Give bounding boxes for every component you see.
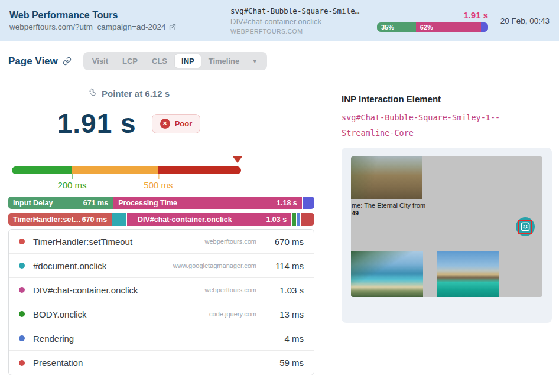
pointer-tap-icon (88, 88, 98, 99)
row-value: 13 ms (267, 309, 304, 319)
segment-document-onclick (112, 213, 127, 226)
segment-input-delay: Input Delay 671 ms (8, 197, 113, 209)
category-dot (19, 311, 25, 317)
row-label: #document.onclick (33, 261, 173, 271)
panel-title: INP Interaction Element (342, 94, 552, 104)
element-selector-line2: Streamline-Core (342, 125, 552, 141)
phase-bars: Input Delay 671 ms Processing Time 1.18 … (8, 197, 314, 226)
tab-cls[interactable]: CLS (145, 54, 174, 68)
element-selector-line1: svg#Chat-Bubble-Square-Smiley-1-- (342, 110, 552, 125)
element-selector: svg#Chat-Bubble-Square-Smiley-1-- Stream… (342, 110, 552, 141)
segment-label: 62% (420, 24, 433, 31)
chat-smiley-icon (516, 217, 535, 236)
main-content: Pointer at 6.12 s 1.91 s ✕ Poor 200 ms 5… (0, 70, 559, 375)
tab-timeline[interactable]: Timeline (202, 54, 246, 68)
segment-presentation (301, 213, 314, 226)
row-domain: webperftours.com (205, 286, 256, 293)
rating-badge: ✕ Poor (152, 114, 201, 133)
screenshot-image-rome (351, 156, 422, 199)
screenshot-image-bungalows (437, 251, 499, 297)
category-dot (19, 263, 25, 269)
page-title: Page View (8, 55, 58, 67)
segment-value: 671 ms (83, 199, 108, 207)
segment-label: DIV#chat-container.onclick (138, 215, 232, 224)
inp-value: 1.91 s (57, 107, 136, 139)
page-header: Web Performance Tours webperftours.com/?… (0, 0, 559, 41)
table-row: Rendering 4 ms (9, 326, 314, 351)
tab-visit[interactable]: Visit (86, 54, 115, 68)
row-value: 114 ms (267, 261, 304, 271)
progress-segment-input-delay: 35% (377, 22, 416, 32)
table-row: #document.onclick www.googletagmanager.c… (9, 254, 314, 278)
link-icon[interactable] (63, 57, 72, 66)
table-row: DIV#chat-container.onclick webperftours.… (9, 278, 314, 302)
screenshot-image-beach (351, 251, 423, 297)
table-row: TimerHandler:setTimeout webperftours.com… (9, 230, 314, 254)
phase-bar: Input Delay 671 ms Processing Time 1.18 … (8, 197, 314, 209)
category-dot (19, 335, 25, 341)
screenshot-caption-price: 49 (352, 210, 359, 217)
tab-inp[interactable]: INP (175, 54, 201, 68)
site-url: webperftours.com/?utm_campaign=ad-2024 (9, 22, 230, 31)
interaction-selector-summary: svg#Chat-Bubble-Square-Smile… DIV#chat-c… (230, 6, 377, 35)
external-link-icon[interactable] (169, 24, 176, 31)
scale-needs-improvement-segment (72, 166, 158, 174)
site-url-text: webperftours.com/?utm_campaign=ad-2024 (9, 22, 166, 31)
selector-primary: svg#Chat-Bubble-Square-Smile… (230, 6, 377, 15)
segment-body-onclick (292, 213, 297, 226)
interaction-type-row: Pointer at 6.12 s (8, 88, 249, 99)
scale-bar (12, 166, 241, 174)
scale-poor-segment (158, 166, 241, 174)
tab-lcp[interactable]: LCP (116, 54, 144, 68)
row-value: 4 ms (267, 334, 304, 344)
header-metric: 1.91 s 35% 62% (377, 10, 488, 32)
segment-value: 670 ms (82, 215, 107, 224)
screenshot-panel: me: The Eternal City from 49 (342, 148, 552, 323)
attribution-table: TimerHandler:setTimeout webperftours.com… (8, 229, 314, 375)
row-label: TimerHandler:setTimeout (33, 237, 205, 247)
page-title-wrap: Page View (8, 55, 72, 67)
segment-rendering (297, 213, 301, 226)
header-metric-value: 1.91 s (377, 10, 488, 20)
site-title: Web Performance Tours (9, 10, 230, 21)
interaction-type-label: Pointer at 6.12 s (102, 89, 170, 99)
segment-timer-handler: TimerHandler:set… 670 ms (8, 213, 112, 226)
segment-label: 35% (381, 24, 394, 31)
screenshot-caption: me: The Eternal City from (352, 202, 425, 209)
table-row: Presentation 59 ms (9, 351, 314, 375)
segment-label: Processing Time (118, 199, 177, 207)
row-domain: webperftours.com (205, 238, 256, 245)
scale-label-text: 200 ms (57, 180, 86, 190)
site-info: Web Performance Tours webperftours.com/?… (9, 10, 230, 31)
threshold-scale: 200 ms 500 ms (12, 166, 241, 174)
progress-segment-presentation (481, 22, 488, 32)
scale-marker-icon (233, 156, 242, 163)
segment-value: 1.03 s (266, 215, 287, 224)
timestamp: 20 Feb, 00:43 (488, 17, 550, 25)
row-label: Presentation (33, 358, 256, 368)
tab-group: Visit LCP CLS INP Timeline ▼ (83, 52, 267, 70)
category-dot (19, 287, 25, 293)
scale-label-good: 200 ms (57, 177, 86, 190)
toolbar: Page View Visit LCP CLS INP Timeline ▼ (0, 41, 559, 70)
row-value: 59 ms (267, 358, 304, 368)
selector-domain: WEBPERFTOURS.COM (230, 28, 377, 35)
header-progress-bar: 35% 62% (377, 22, 488, 32)
progress-segment-processing: 62% (416, 22, 481, 32)
row-value: 670 ms (267, 237, 304, 247)
row-value: 1.03 s (267, 285, 304, 295)
metric-row: 1.91 s ✕ Poor (8, 107, 249, 139)
scale-label-text: 500 ms (144, 180, 173, 190)
chevron-down-icon[interactable]: ▼ (247, 58, 265, 64)
table-row: BODY.onclick code.jquery.com 13 ms (9, 302, 314, 326)
rating-label: Poor (175, 119, 193, 128)
row-label: Rendering (33, 334, 256, 344)
error-cross-icon: ✕ (160, 119, 170, 129)
category-dot (19, 239, 25, 244)
segment-presentation-delay (303, 197, 314, 209)
attribution-bar: TimerHandler:set… 670 ms DIV#chat-contai… (8, 213, 314, 226)
segment-processing-time: Processing Time 1.18 s (113, 197, 303, 209)
segment-chat-container-onclick: DIV#chat-container.onclick 1.03 s (127, 213, 292, 226)
row-domain: www.googletagmanager.com (173, 262, 256, 269)
segment-value: 1.18 s (277, 199, 297, 207)
